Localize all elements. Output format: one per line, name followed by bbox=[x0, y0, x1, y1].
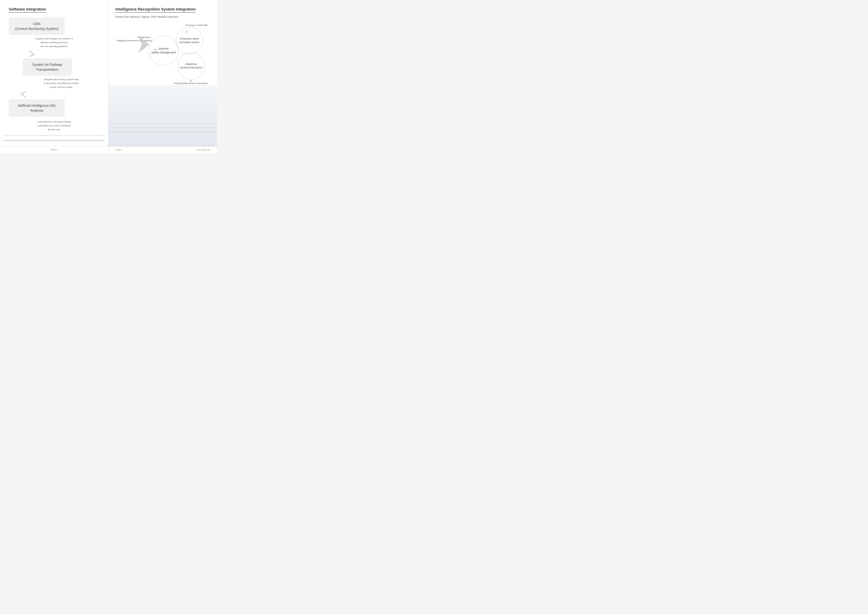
analyzing-label: Analyzing high and low crowd peaks. bbox=[174, 82, 208, 85]
left-page-title: Software Integration bbox=[9, 7, 46, 12]
ai-card: Artificial Intelligence (AI) Analysis bbox=[9, 99, 65, 117]
footer-left: PAGE 3 bbox=[0, 146, 108, 154]
circle-mastering-text: Mastering personal information bbox=[180, 62, 202, 69]
arrow-up-left-icon bbox=[19, 91, 27, 99]
cms-title: CMS (Central Monitoring System) bbox=[12, 21, 61, 31]
cms-card: CMS (Central Monitoring System) bbox=[9, 17, 65, 35]
circle-improve-text: Improve safety management bbox=[151, 47, 176, 54]
page-3-number: PAGE 3 bbox=[51, 149, 57, 151]
page-4-number: PAGE 4 bbox=[115, 149, 122, 151]
railway-card: System for Railway Transportation bbox=[23, 58, 72, 76]
desc-cms: Integrate and manage the interface of di… bbox=[9, 37, 99, 48]
right-page: Intelligence Recognition System Integrat… bbox=[108, 0, 217, 146]
footer-right: PAGE 4 VACRON bbox=[108, 146, 217, 154]
subtitle-text: People Flow, Behavior, Objects, Orbit Ob… bbox=[115, 16, 210, 18]
left-content: Software Integration CMS (Central Monito… bbox=[9, 7, 99, 133]
arrow-down-right-icon bbox=[28, 50, 36, 57]
right-content: Intelligence Recognition System Integrat… bbox=[115, 7, 210, 88]
desc-ai: Auto-detection and early warning notific… bbox=[9, 120, 99, 132]
brand-logo: VACRON bbox=[196, 149, 210, 151]
left-page: Software Integration CMS (Central Monito… bbox=[0, 0, 108, 146]
circle-proactive-text: Proactively detect anomalous events bbox=[180, 37, 200, 44]
desc-railway: Integrate with existing system data to a… bbox=[23, 78, 99, 89]
page-container: Software Integration CMS (Central Monito… bbox=[0, 0, 217, 146]
diagram-area: Prohibit Non— Regulated personnel from e… bbox=[115, 22, 210, 88]
railway-title: System for Railway Transportation bbox=[26, 62, 68, 72]
chevron-icon bbox=[136, 34, 152, 56]
right-page-title: Intelligence Recognition System Integrat… bbox=[115, 7, 195, 12]
circle-proactive: Proactively detect anomalous events bbox=[176, 27, 203, 54]
ensuring-label: Ensuring a smooth path. bbox=[186, 23, 208, 26]
left-flow: CMS (Central Monitoring System) Integrat… bbox=[9, 17, 99, 133]
footer: PAGE 3 PAGE 4 VACRON bbox=[0, 146, 217, 154]
circle-improve: Improve safety management bbox=[149, 36, 178, 65]
circle-mastering: Mastering personal information bbox=[178, 52, 205, 79]
dot-analyzing bbox=[191, 80, 192, 82]
ai-title: Artificial Intelligence (AI) Analysis bbox=[12, 103, 61, 113]
